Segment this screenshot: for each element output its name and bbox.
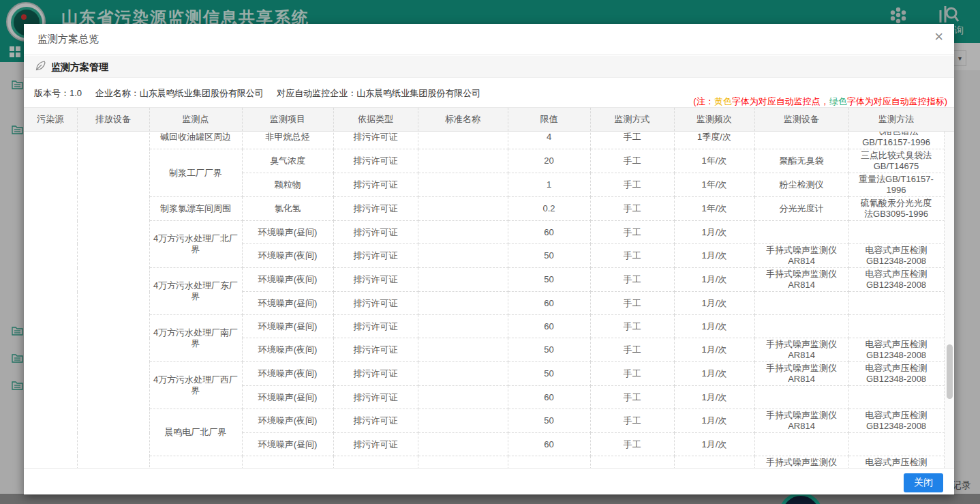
table-cell: 非甲烷总烃 [242, 132, 333, 149]
company-text: 企业名称：山东晨鸣纸业集团股份有限公司 [95, 88, 264, 98]
table-cell: 手持式噪声监测仪AR814 [754, 338, 848, 362]
table-cell: 60 [508, 292, 590, 315]
table-cell: 排污许可证 [333, 409, 418, 433]
section-title: 监测方案管理 [51, 61, 108, 74]
table-cell: 1年/次 [674, 149, 754, 173]
table-cell: 排污许可证 [333, 221, 418, 244]
table-cell: 60 [508, 221, 590, 244]
note-yellow-word: 黄色 [714, 96, 732, 106]
table-cell: 60 [508, 315, 590, 338]
table-cell: 粉尘检测仪 [754, 173, 848, 197]
table-cell: 排污许可证 [333, 338, 418, 362]
table-cell [754, 386, 848, 409]
column-header: 标准名称 [418, 108, 508, 132]
column-header: 监测频次 [674, 108, 754, 132]
table-cell [754, 132, 848, 149]
table-cell [754, 292, 848, 315]
table-cell [242, 456, 333, 469]
table-cell: 制浆氯漂车间周围 [149, 197, 242, 221]
table-cell: 1年/次 [674, 173, 754, 197]
table-cell: 环境噪声(昼间) [242, 292, 333, 315]
table-cell: 电容式声压检测GB12348-2008 [848, 362, 944, 386]
table-cell: 排污许可证 [333, 362, 418, 386]
table-cell: 手工 [590, 173, 674, 197]
table-cell [848, 292, 944, 315]
table-cell [24, 132, 77, 468]
column-header: 限值 [508, 108, 590, 132]
column-header: 监测方式 [590, 108, 674, 132]
table-cell: 重量法GB/T16157-1996 [848, 173, 944, 197]
table-row: 手持式噪声监测仪AR814电容式声压检测GB12348-2008 [24, 456, 944, 469]
column-header: 排放设备 [77, 108, 149, 132]
table-cell: 环境噪声(昼间) [242, 433, 333, 456]
table-cell: 手持式噪声监测仪AR814 [754, 362, 848, 386]
table-cell: 4万方污水处理厂东厂界 [149, 268, 242, 315]
table-cell [754, 433, 848, 456]
table-cell: 电容式声压检测GB12348-2008 [848, 456, 944, 469]
table-cell: 环境噪声(昼间) [242, 386, 333, 409]
table-cell [418, 173, 508, 197]
table-cell [418, 362, 508, 386]
table-cell [848, 315, 944, 338]
table-cell [508, 456, 590, 469]
table-cell [848, 386, 944, 409]
table-cell: 环境噪声(夜间) [242, 338, 333, 362]
table-cell: 制浆工厂厂界 [149, 149, 242, 197]
table-cell: 1月/次 [674, 292, 754, 315]
table-cell [149, 456, 242, 469]
modal-footer: 关闭 [24, 468, 954, 494]
table-cell: 1月/次 [674, 221, 754, 244]
table-scrollbar-track[interactable] [944, 132, 954, 468]
table-cell [418, 456, 508, 469]
auto-company-text: 对应自动监控企业：山东晨鸣纸业集团股份有限公司 [277, 88, 480, 98]
table-cell: 三点比较式臭袋法GB/T14675 [848, 149, 944, 173]
table-cell: 电容式声压检测GB12348-2008 [848, 409, 944, 433]
table-cell: 50 [508, 244, 590, 268]
table-cell: 1月/次 [674, 268, 754, 292]
table-cell: 排污许可证 [333, 197, 418, 221]
table-cell: 排污许可证 [333, 173, 418, 197]
table-cell: 排污许可证 [333, 132, 418, 149]
table-cell: 1季度/次 [674, 132, 754, 149]
table-cell: 60 [508, 433, 590, 456]
table-cell: 4万方污水处理厂西厂界 [149, 362, 242, 409]
table-cell: 排污许可证 [333, 244, 418, 268]
close-icon[interactable]: × [934, 29, 943, 44]
pen-icon [34, 60, 46, 72]
table-cell: 手持式噪声监测仪AR814 [754, 456, 848, 469]
table-row: 碱回收油罐区周边非甲烷总烃排污许可证4手工1季度/次气相色谱法GB/T16157… [24, 132, 944, 149]
table-cell: 手持式噪声监测仪AR814 [754, 244, 848, 268]
table-cell: 电容式声压检测GB12348-2008 [848, 268, 944, 292]
table-cell: 1月/次 [674, 315, 754, 338]
table-cell: 碱回收油罐区周边 [149, 132, 242, 149]
plan-info: 版本号：1.0 企业名称：山东晨鸣纸业集团股份有限公司 对应自动监控企业：山东晨… [34, 87, 491, 100]
table-cell: 氯化氢 [242, 197, 333, 221]
table-cell: 电容式声压检测GB12348-2008 [848, 244, 944, 268]
table-cell: 气相色谱法GB/T16157-1996 [848, 132, 944, 149]
close-button[interactable]: 关闭 [904, 473, 943, 492]
table-cell: 手工 [590, 268, 674, 292]
table-header-stub [944, 107, 954, 132]
table-cell: 1月/次 [674, 409, 754, 433]
table-cell [590, 456, 674, 469]
table-cell: 环境噪声(夜间) [242, 409, 333, 433]
table-cell: 排污许可证 [333, 433, 418, 456]
table-cell [418, 409, 508, 433]
table-cell [418, 268, 508, 292]
table-cell: 颗粒物 [242, 173, 333, 197]
column-header: 监测点 [149, 108, 242, 132]
table-cell: 分光光度计 [754, 197, 848, 221]
table-cell: 排污许可证 [333, 386, 418, 409]
table-body-viewport: 碱回收油罐区周边非甲烷总烃排污许可证4手工1季度/次气相色谱法GB/T16157… [24, 132, 944, 468]
table-cell: 手工 [590, 244, 674, 268]
table-cell: 手工 [590, 197, 674, 221]
table-cell: 臭气浓度 [242, 149, 333, 173]
modal-title: 监测方案总览 [37, 33, 99, 46]
table-cell: 手持式噪声监测仪AR814 [754, 268, 848, 292]
table-cell: 1 [508, 173, 590, 197]
table-scrollbar-thumb[interactable] [947, 344, 953, 399]
table-cell: 1月/次 [674, 362, 754, 386]
table-cell [418, 244, 508, 268]
table-cell: 环境噪声(昼间) [242, 315, 333, 338]
table-cell: 晨鸣电厂北厂界 [149, 409, 242, 456]
